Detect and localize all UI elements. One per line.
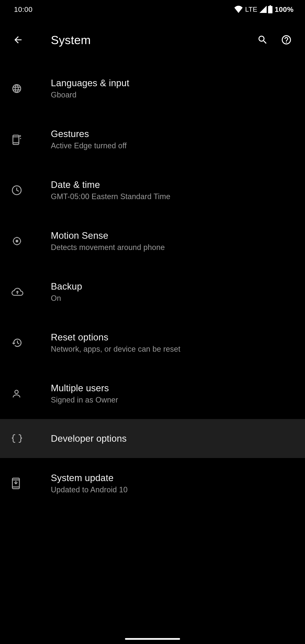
help-icon [281,34,292,45]
nav-handle[interactable] [125,638,180,640]
item-reset-options[interactable]: Reset options Network, apps, or device c… [0,317,305,368]
item-subtitle: GMT-05:00 Eastern Standard Time [51,192,296,201]
item-languages-input[interactable]: Languages & input Gboard [0,63,305,114]
item-date-time[interactable]: Date & time GMT-05:00 Eastern Standard T… [0,165,305,216]
help-button[interactable] [281,34,292,45]
battery-icon [268,5,272,13]
clock-icon [12,185,22,196]
item-backup[interactable]: Backup On [0,266,305,317]
item-developer-options[interactable]: Developer options [0,419,305,458]
item-subtitle: Gboard [51,90,296,99]
page-title: System [34,33,257,47]
item-title: System update [51,472,296,483]
item-subtitle: Active Edge turned off [51,141,296,150]
item-title: Date & time [51,180,296,190]
svg-point-4 [16,240,18,242]
braces-icon [12,434,22,443]
item-title: Reset options [51,332,296,342]
item-motion-sense[interactable]: Motion Sense Detects movement around pho… [0,216,305,266]
item-multiple-users[interactable]: Multiple users Signed in as Owner [0,368,305,419]
item-title: Gestures [51,128,296,139]
item-title: Multiple users [51,383,296,394]
item-subtitle: Signed in as Owner [51,396,296,404]
system-update-icon [12,477,20,490]
status-time: 10:00 [14,5,32,14]
item-title: Motion Sense [51,230,296,241]
person-icon [12,388,22,399]
status-bar: 10:00 LTE 100% [0,0,305,19]
item-subtitle: On [51,294,296,303]
item-system-update[interactable]: System update Updated to Android 10 [0,458,305,509]
network-type: LTE [245,6,257,13]
app-bar: System [0,19,305,61]
item-gestures[interactable]: Gestures Active Edge turned off [0,114,305,165]
back-arrow-icon [13,34,23,45]
search-button[interactable] [257,34,268,45]
item-title: Backup [51,281,296,292]
back-button[interactable] [8,34,34,45]
globe-icon [12,83,22,94]
item-title: Developer options [51,433,296,444]
item-subtitle: Updated to Android 10 [51,485,296,494]
wifi-icon [234,6,243,13]
search-icon [257,34,268,45]
motion-sense-icon [12,236,22,246]
svg-point-3 [20,138,21,139]
item-subtitle: Detects movement around phone [51,243,296,252]
battery-percent: 100% [275,5,294,14]
item-subtitle: Network, apps, or device can be reset [51,345,296,354]
settings-list: Languages & input Gboard Gestures Active… [0,61,305,509]
cloud-upload-icon [12,288,23,296]
reset-icon [12,337,22,348]
gestures-icon [12,134,22,145]
cell-signal-icon [260,6,267,13]
item-title: Languages & input [51,78,296,88]
